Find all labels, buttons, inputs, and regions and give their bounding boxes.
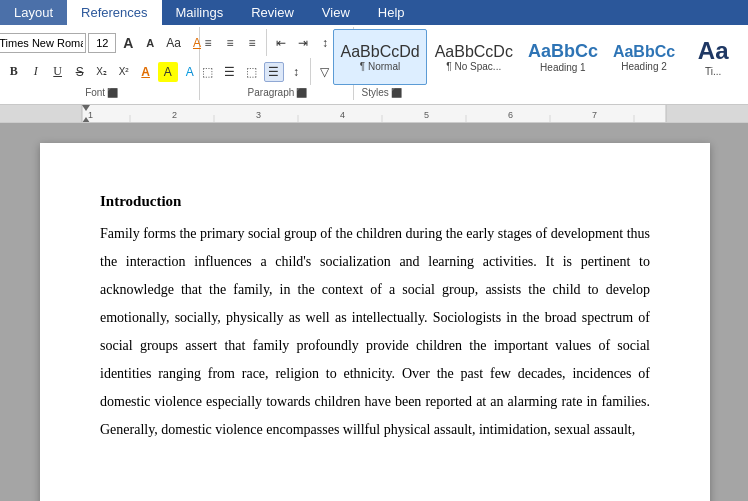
styles-group-label: Styles ⬛	[362, 87, 402, 98]
separator-2	[310, 58, 311, 85]
document-heading: Introduction	[100, 193, 650, 210]
style-h1-label: Heading 1	[540, 62, 586, 73]
style-heading2[interactable]: AaBbCc Heading 2	[606, 29, 682, 85]
style-h2-label: Heading 2	[621, 61, 667, 72]
style-h2-preview: AaBbCc	[613, 42, 675, 61]
grow-font-button[interactable]: A	[118, 33, 138, 53]
sort-button[interactable]: ↕	[315, 33, 335, 53]
text-effects-button[interactable]: A	[180, 62, 200, 82]
font-group-label: Font ⬛	[85, 87, 118, 98]
document-area: Introduction Family forms the primary so…	[0, 123, 748, 501]
shading-button[interactable]: ▽	[315, 62, 335, 82]
align-right-button[interactable]: ⬚	[242, 62, 262, 82]
document-page: Introduction Family forms the primary so…	[40, 143, 710, 501]
align-left-button[interactable]: ⬚	[198, 62, 218, 82]
highlight-button[interactable]: A	[158, 62, 178, 82]
numbering-button[interactable]: ≡	[220, 33, 240, 53]
style-heading1[interactable]: AaBbCc Heading 1	[521, 29, 605, 85]
italic-button[interactable]: I	[26, 62, 46, 82]
superscript-button[interactable]: X²	[114, 62, 134, 82]
tab-review[interactable]: Review	[237, 0, 308, 25]
style-normal-label: ¶ Normal	[360, 61, 400, 72]
ruler: 1 2 3 4 5 6 7	[0, 105, 748, 123]
svg-text:5: 5	[424, 110, 429, 120]
font-expand-icon[interactable]: ⬛	[107, 88, 118, 98]
ribbon-body: A A Aa A B I U S X₂ X² A A A Font ⬛	[0, 25, 748, 105]
line-spacing-button[interactable]: ↕	[286, 62, 306, 82]
bold-button[interactable]: B	[4, 62, 24, 82]
font-color-button[interactable]: A	[136, 62, 156, 82]
svg-text:2: 2	[172, 110, 177, 120]
ribbon-tabs: Layout References Mailings Review View H…	[0, 0, 748, 25]
styles-group: AaBbCcDd ¶ Normal AaBbCcDc ¶ No Spac... …	[356, 27, 744, 100]
svg-text:6: 6	[508, 110, 513, 120]
style-h1-preview: AaBbCc	[528, 41, 598, 63]
font-name-input[interactable]	[0, 33, 86, 53]
tab-help[interactable]: Help	[364, 0, 419, 25]
style-title-preview: Aa	[698, 37, 729, 66]
ribbon: Layout References Mailings Review View H…	[0, 0, 748, 105]
shrink-font-button[interactable]: A	[140, 33, 160, 53]
paragraph-expand-icon[interactable]: ⬛	[296, 88, 307, 98]
svg-rect-0	[0, 105, 748, 123]
font-group: A A Aa A B I U S X₂ X² A A A Font ⬛	[4, 27, 200, 100]
ruler-svg: 1 2 3 4 5 6 7	[0, 105, 748, 123]
styles-expand-icon[interactable]: ⬛	[391, 88, 402, 98]
align-center-button[interactable]: ☰	[220, 62, 240, 82]
style-normal-preview: AaBbCcDd	[340, 42, 419, 61]
underline-button[interactable]: U	[48, 62, 68, 82]
decrease-indent-button[interactable]: ⇤	[271, 33, 291, 53]
change-case-button[interactable]: Aa	[162, 33, 185, 53]
paragraph-group-label: Paragraph ⬛	[248, 87, 308, 98]
svg-text:3: 3	[256, 110, 261, 120]
svg-text:7: 7	[592, 110, 597, 120]
paragraph-group: ≡ ≡ ≡ ⇤ ⇥ ↕ ¶ ⬚ ☰ ⬚ ☰ ↕ ▽ ⊞ Paragraph	[202, 27, 353, 100]
align-justify-button[interactable]: ☰	[264, 62, 284, 82]
increase-indent-button[interactable]: ⇥	[293, 33, 313, 53]
style-title-label: Ti...	[705, 66, 721, 77]
style-gallery: AaBbCcDd ¶ Normal AaBbCcDc ¶ No Spac... …	[333, 29, 748, 85]
svg-rect-2	[666, 105, 748, 123]
separator-1	[266, 29, 267, 56]
font-row-2: B I U S X₂ X² A A A	[4, 58, 200, 85]
document-body[interactable]: Family forms the primary social group of…	[100, 220, 650, 444]
multilevel-button[interactable]: ≡	[242, 33, 262, 53]
style-no-space[interactable]: AaBbCcDc ¶ No Spac...	[428, 29, 520, 85]
tab-mailings[interactable]: Mailings	[162, 0, 238, 25]
subscript-button[interactable]: X₂	[92, 62, 112, 82]
style-nospace-preview: AaBbCcDc	[435, 42, 513, 61]
tab-layout[interactable]: Layout	[0, 0, 67, 25]
style-nospace-label: ¶ No Spac...	[446, 61, 501, 72]
tab-references[interactable]: References	[67, 0, 161, 25]
svg-text:4: 4	[340, 110, 345, 120]
strikethrough-button[interactable]: S	[70, 62, 90, 82]
tab-view[interactable]: View	[308, 0, 364, 25]
font-row-1: A A Aa A	[0, 29, 207, 56]
svg-text:1: 1	[88, 110, 93, 120]
font-size-input[interactable]	[88, 33, 116, 53]
svg-rect-1	[0, 105, 82, 123]
bullets-button[interactable]: ≡	[198, 33, 218, 53]
style-title[interactable]: Aa Ti...	[683, 29, 743, 85]
style-normal[interactable]: AaBbCcDd ¶ Normal	[333, 29, 426, 85]
